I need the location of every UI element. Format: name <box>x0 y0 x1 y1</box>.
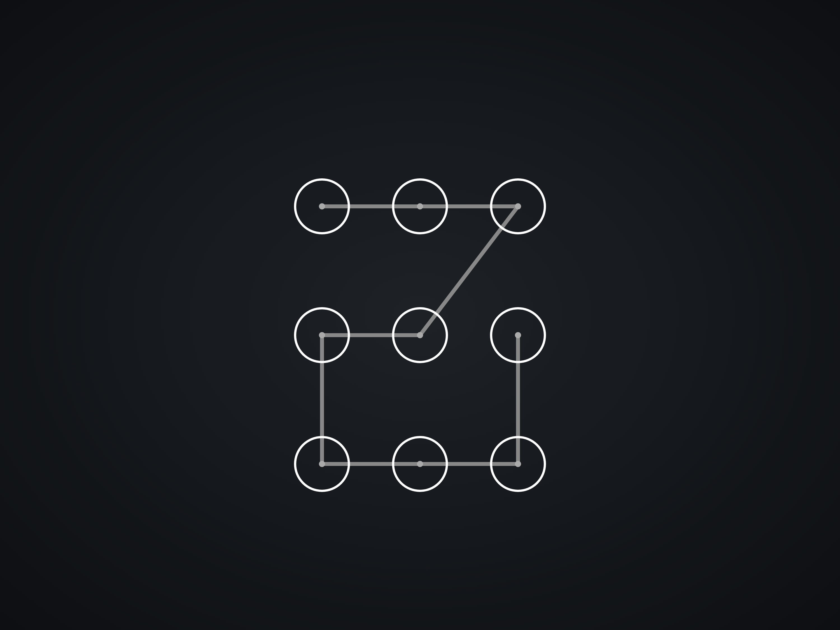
pattern-node-6[interactable] <box>490 307 546 363</box>
pattern-node-5[interactable] <box>392 307 448 363</box>
pattern-node-3[interactable] <box>490 178 546 234</box>
pattern-node-dot-9 <box>515 461 521 467</box>
pattern-node-dot-1 <box>319 203 325 210</box>
pattern-node-1[interactable] <box>294 178 350 234</box>
pattern-node-dot-5 <box>417 332 423 338</box>
pattern-node-7[interactable] <box>294 436 350 492</box>
pattern-node-8[interactable] <box>392 436 448 492</box>
pattern-node-dot-6 <box>515 332 521 338</box>
pattern-node-dot-4 <box>319 332 325 338</box>
pattern-node-4[interactable] <box>294 307 350 363</box>
pattern-node-9[interactable] <box>490 436 546 492</box>
pattern-node-dot-7 <box>319 461 325 467</box>
pattern-grid[interactable] <box>224 150 616 542</box>
pattern-node-dot-8 <box>417 461 423 467</box>
pattern-node-dot-3 <box>515 203 521 210</box>
pattern-node-dot-2 <box>417 203 423 210</box>
pattern-node-2[interactable] <box>392 178 448 234</box>
